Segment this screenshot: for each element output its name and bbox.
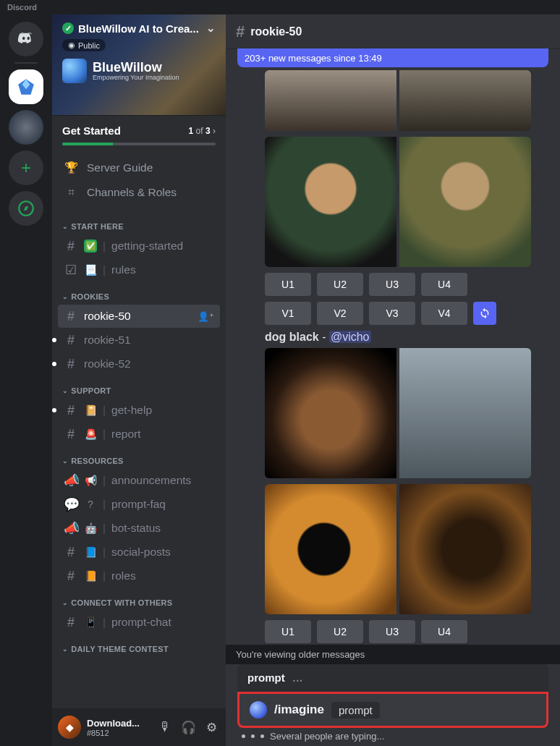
category-header[interactable]: ⌄START HERE <box>58 212 220 234</box>
channel-label: rules <box>111 263 214 276</box>
upscale-button-row: U1U2U3U4 <box>265 620 548 643</box>
mute-mic-button[interactable]: 🎙 <box>156 720 174 734</box>
channel-label: prompt-chat <box>111 616 214 629</box>
channel-rookie-50[interactable]: #rookie-50👤⁺ <box>58 305 220 328</box>
add-server-button[interactable]: + <box>9 151 43 185</box>
u4-button[interactable]: U4 <box>421 620 467 643</box>
v3-button[interactable]: V3 <box>369 302 415 325</box>
server-guide-item[interactable]: 🏆 Server Guide <box>58 156 220 180</box>
server-other[interactable] <box>9 110 43 145</box>
app-command-icon <box>250 701 267 719</box>
channel-emoji-icon: 📘 <box>84 546 97 558</box>
headphones-icon: 🎧 <box>181 721 196 734</box>
category-header[interactable]: ⌄SUPPORT <box>58 376 220 398</box>
new-messages-bar[interactable]: 203+ new messages since 13:49 <box>237 48 548 67</box>
channel-announcements[interactable]: 📣📢|announcements <box>58 469 220 492</box>
channel-emoji-icon: 📱 <box>84 616 97 628</box>
channel-label: announcements <box>111 474 214 487</box>
u2-button[interactable]: U2 <box>317 620 363 643</box>
gear-icon: ⚙ <box>206 721 217 734</box>
u4-button[interactable]: U4 <box>421 273 467 296</box>
hash-icon: # <box>236 22 245 41</box>
channel-emoji-icon: ? <box>84 499 97 510</box>
command-param-chip[interactable]: prompt <box>331 702 380 719</box>
u1-button[interactable]: U1 <box>265 273 311 296</box>
get-started-progress-text: 1 of 3 › <box>189 126 216 136</box>
deafen-button[interactable]: 🎧 <box>179 720 197 735</box>
channel-rookie-51[interactable]: #rookie-51 <box>58 329 220 352</box>
get-started-card[interactable]: Get Started 1 of 3 › <box>52 116 226 153</box>
channel-roles[interactable]: #📙|roles <box>58 564 220 588</box>
v1-button[interactable]: V1 <box>265 302 311 325</box>
v2-button[interactable]: V2 <box>317 302 363 325</box>
brand-name: BlueWillow <box>93 61 179 74</box>
user-settings-button[interactable]: ⚙ <box>203 720 220 735</box>
brand-tagline: Empowering Your Imagination <box>93 74 179 81</box>
generated-image-grid[interactable] <box>265 70 531 131</box>
image-tile[interactable] <box>265 70 396 131</box>
channel-header: # rookie-50 <box>226 14 560 49</box>
v4-button[interactable]: V4 <box>421 302 467 325</box>
image-tile[interactable] <box>265 348 396 478</box>
message-input[interactable]: /imagine prompt <box>237 692 548 728</box>
channel-prompt-faq[interactable]: 💬?|prompt-faq <box>58 493 220 516</box>
server-bluewillow[interactable] <box>9 69 43 104</box>
dm-home-button[interactable] <box>9 22 43 56</box>
message-list[interactable]: U1U2U3U4 V1V2V3V4 dog black - @vicho U1U… <box>226 67 560 664</box>
trophy-icon: 🏆 <box>64 161 78 174</box>
channel-label: rookie-51 <box>84 334 214 347</box>
category-header[interactable]: ⌄RESOURCES <box>58 446 220 468</box>
channel-prompt-chat[interactable]: #📱|prompt-chat <box>58 611 220 634</box>
channel-bot-status[interactable]: 📣🤖|bot-status <box>58 517 220 540</box>
u1-button[interactable]: U1 <box>265 620 311 643</box>
image-tile[interactable] <box>399 137 531 267</box>
unread-dot <box>52 408 56 412</box>
channel-get-help[interactable]: #📔|get-help <box>58 399 220 422</box>
channel-getting-started[interactable]: #✅|getting-started <box>58 234 220 258</box>
command-hint-name: prompt <box>247 671 285 684</box>
image-tile[interactable] <box>399 484 531 614</box>
user-avatar[interactable]: ◆ <box>58 716 81 739</box>
channel-label: social-posts <box>111 546 214 559</box>
channel-report[interactable]: #🚨|report <box>58 423 220 446</box>
user-tag: #8512 <box>87 729 150 737</box>
bluewillow-server-icon <box>17 77 35 96</box>
explore-servers-button[interactable] <box>9 191 43 226</box>
prompt-line: dog black - @vicho <box>265 331 548 344</box>
hash-icon: # <box>64 615 78 630</box>
server-header[interactable]: ✓ BlueWillow AI to Crea... ⌄ ◉ Public Bl… <box>52 14 226 116</box>
image-tile[interactable] <box>399 70 531 131</box>
guild-rail: + <box>0 14 52 746</box>
u3-button[interactable]: U3 <box>369 273 415 296</box>
category-header[interactable]: ⌄ROOKIES <box>58 282 220 304</box>
image-tile[interactable] <box>265 484 396 614</box>
channel-social-posts[interactable]: #📘|social-posts <box>58 541 220 564</box>
message-composer: prompt … /imagine prompt Several people … <box>226 664 560 746</box>
u3-button[interactable]: U3 <box>369 620 415 643</box>
generated-image-grid[interactable] <box>265 137 531 267</box>
reroll-icon <box>479 308 491 319</box>
channel-list[interactable]: ⌄START HERE#✅|getting-started☑📃|rules⌄RO… <box>52 212 226 708</box>
hash-icon: # <box>64 403 78 418</box>
generated-image-grid[interactable] <box>265 348 531 478</box>
viewing-older-bar[interactable]: You're viewing older messages <box>226 645 560 664</box>
reroll-button[interactable] <box>473 302 496 325</box>
channel-rules[interactable]: ☑📃|rules <box>58 258 220 281</box>
guild-separator <box>14 62 38 64</box>
category-header[interactable]: ⌄DAILY THEME CONTEST <box>58 635 220 656</box>
channels-roles-item[interactable]: ⌗ Channels & Roles <box>58 180 220 205</box>
progress-bar <box>62 143 216 145</box>
u2-button[interactable]: U2 <box>317 273 363 296</box>
user-mention[interactable]: @vicho <box>329 331 371 343</box>
create-invite-icon[interactable]: 👤⁺ <box>198 311 214 322</box>
channel-header-name: rookie-50 <box>250 25 302 38</box>
image-tile[interactable] <box>399 348 531 478</box>
chevron-down-icon: ⌄ <box>62 599 68 606</box>
category-header[interactable]: ⌄CONNECT WITH OTHERS <box>58 588 220 610</box>
slash-command: /imagine <box>274 703 324 717</box>
channel-label: rookie-50 <box>84 310 192 323</box>
image-tile[interactable] <box>265 137 396 267</box>
globe-icon: ◉ <box>68 41 75 50</box>
generated-image-grid[interactable] <box>265 484 531 614</box>
channel-rookie-52[interactable]: #rookie-52 <box>58 352 220 376</box>
